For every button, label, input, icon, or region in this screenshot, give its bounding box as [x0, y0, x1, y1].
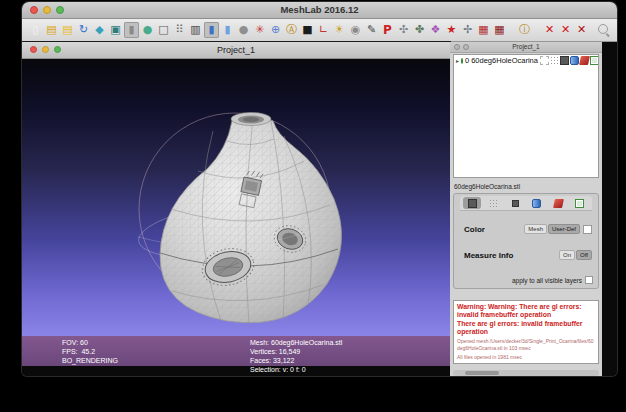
render-bbox-icon[interactable]: □	[156, 22, 171, 38]
points-icon	[489, 199, 498, 208]
log-panel[interactable]: Warning: Warning: There are gl errors: i…	[453, 300, 599, 364]
subwindow-titlebar[interactable]: Project_1	[22, 42, 450, 59]
save-gem-icon[interactable]: ◆	[92, 22, 107, 38]
delete-all-meshes-icon[interactable]: ✕	[558, 22, 573, 38]
render-texture-icon[interactable]: ⊕	[268, 22, 283, 38]
render-points-icon[interactable]: ⠿	[172, 22, 187, 38]
show-light-icon[interactable]: ☀	[332, 22, 347, 38]
color-mesh-button[interactable]: Mesh	[524, 224, 547, 234]
boxsm-icon	[512, 200, 519, 207]
dialog-mesh-label: 60deg6HoleOcarina.stl	[454, 183, 520, 190]
dock-buttons	[454, 44, 469, 50]
render-hidden-lines-icon[interactable]: ▮	[204, 22, 219, 38]
measure-on-button[interactable]: On	[559, 250, 575, 260]
select-vertices-icon[interactable]: ✣	[396, 22, 411, 38]
box-render-icon[interactable]	[560, 56, 569, 65]
z-painting-icon[interactable]: ✎	[364, 22, 379, 38]
apply-all-layers-checkbox[interactable]	[585, 276, 593, 284]
hud-text: Mesh: 60deg6HoleOcarina.stl	[250, 338, 342, 347]
zoom-button[interactable]	[56, 6, 64, 14]
texture-param-alt-icon[interactable]: ▦	[492, 22, 507, 38]
tab-points[interactable]	[485, 197, 503, 209]
hud-text: FOV: 60	[62, 338, 118, 347]
new-empty-project-icon[interactable]: ▯	[28, 22, 43, 38]
info-icon[interactable]: ⓘ	[517, 22, 532, 38]
import-mesh-icon[interactable]: ▤	[60, 22, 75, 38]
color-swatch[interactable]	[583, 225, 592, 234]
pick-points-icon[interactable]: P	[380, 22, 395, 38]
texture-param-icon[interactable]: ▦	[476, 22, 491, 38]
hud-text: FPS: 45.2	[62, 347, 118, 356]
light-settings-icon[interactable]: ◉	[348, 22, 363, 38]
subwindow-zoom-button[interactable]	[54, 46, 61, 53]
geomx-star-icon[interactable]: ★	[444, 22, 459, 38]
log-info-line: All files opened in 1981 msec	[457, 354, 595, 362]
measure-off-button[interactable]: Off	[576, 250, 592, 260]
delete-current-mesh-icon[interactable]: ✕	[542, 22, 557, 38]
tab-boxsm[interactable]	[506, 197, 524, 209]
show-raster-icon[interactable]: ●	[140, 22, 155, 38]
cyl-render-icon[interactable]	[570, 56, 579, 65]
dialog-tabs	[460, 196, 592, 211]
expander-icon[interactable]: ▸	[456, 57, 459, 64]
align-tool-icon[interactable]: ❖	[428, 22, 443, 38]
tab-box[interactable]	[463, 197, 481, 209]
meshlab-window: MeshLab 2016.12 ▯▤▤↻◆▣▮●□⠿▥▮▮●✳⊕Ⓐ■∟☀◉✎P✣…	[22, 2, 617, 376]
snapshot-camera-icon[interactable]: ▣	[108, 22, 123, 38]
select-connected-icon[interactable]: ✢	[460, 22, 475, 38]
log-info-line: Opened mesh /Users/decker/3d/Single_Prin…	[457, 338, 595, 353]
dock-close-button[interactable]	[463, 44, 469, 50]
layer-list[interactable]: ▸ 0 60deg6HoleOcarina	[453, 54, 599, 178]
color-label: Color	[464, 225, 485, 234]
dock-title: Project_1	[450, 42, 602, 52]
hud-right: Mesh: 60deg6HoleOcarina.stlVertices: 16,…	[250, 338, 342, 374]
screen-icon	[575, 199, 584, 208]
bbox-render-icon[interactable]	[540, 56, 549, 65]
tab-screen[interactable]	[571, 197, 589, 209]
subwindow-close-button[interactable]	[30, 46, 37, 53]
points-render-icon[interactable]	[550, 56, 559, 65]
layer-dock: Project_1 ▸ 0 60deg6HoleOcarina 60deg6Ho…	[450, 42, 602, 376]
layer-name[interactable]: 60deg6HoleOcarina	[471, 56, 538, 65]
pen-render-icon[interactable]	[579, 56, 590, 65]
layer-row[interactable]: ▸ 0 60deg6HoleOcarina	[454, 55, 598, 66]
tab-pen[interactable]	[549, 197, 567, 209]
screen-render-icon[interactable]	[590, 56, 599, 65]
open-project-icon[interactable]: ▤	[44, 22, 59, 38]
project-subwindow: Project_1	[22, 42, 450, 365]
render-smooth-icon[interactable]: ✳	[252, 22, 267, 38]
measure-info-label: Measure Info	[464, 251, 513, 260]
hud-text: Faces: 33,122	[250, 356, 342, 365]
mdi-area: Project_1	[22, 42, 617, 376]
log-info: Opened mesh /Users/decker/3d/Single_Prin…	[457, 338, 595, 362]
delete-rasters-icon[interactable]: ✕	[574, 22, 589, 38]
reload-mesh-icon[interactable]: ↻	[76, 22, 91, 38]
ambient-occlusion-icon[interactable]: Ⓐ	[284, 22, 299, 38]
search-icon[interactable]	[597, 23, 611, 37]
show-axis-icon[interactable]: ∟	[316, 22, 331, 38]
select-faces-icon[interactable]: ✤	[412, 22, 427, 38]
ocarina-mesh	[22, 59, 450, 336]
toolbar-icons: ▯▤▤↻◆▣▮●□⠿▥▮▮●✳⊕Ⓐ■∟☀◉✎P✣✤❖★✢▦▦ⓘ✕✕✕	[28, 22, 589, 38]
show-layer-dialog-icon[interactable]: ▮	[124, 22, 139, 38]
render-flat-icon[interactable]: ●	[236, 22, 251, 38]
close-button[interactable]	[30, 6, 38, 14]
tab-cyl[interactable]	[528, 197, 546, 209]
cyl-icon	[532, 199, 541, 208]
visibility-eye-icon[interactable]	[461, 58, 463, 64]
set-background-icon[interactable]: ■	[300, 22, 315, 38]
dock-scrollbar[interactable]	[453, 370, 599, 376]
dock-titlebar[interactable]: Project_1	[450, 42, 602, 53]
box-icon	[468, 199, 477, 208]
render-wireframe-icon[interactable]: ▥	[188, 22, 203, 38]
dock-float-button[interactable]	[454, 44, 460, 50]
gl-canvas[interactable]	[22, 59, 450, 336]
subwindow-minimize-button[interactable]	[42, 46, 49, 53]
main-titlebar[interactable]: MeshLab 2016.12	[22, 2, 617, 19]
dock-scrollbar-handle[interactable]	[465, 371, 499, 375]
layer-render-icons	[540, 56, 599, 65]
minimize-button[interactable]	[43, 6, 51, 14]
log-warnings: Warning: Warning: There are gl errors: i…	[457, 303, 595, 337]
color-userdef-button[interactable]: User-Def	[548, 224, 580, 234]
render-flat-lines-icon[interactable]: ▮	[220, 22, 235, 38]
